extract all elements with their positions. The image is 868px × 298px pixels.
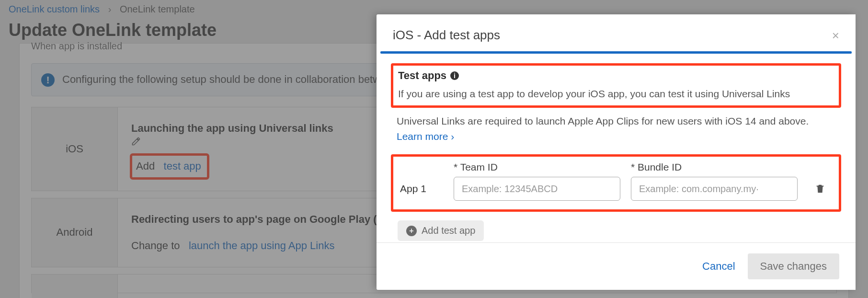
plus-icon: + [406,226,417,236]
add-test-app-link[interactable]: test app [164,160,201,172]
universal-links-note: Universal Links are required to launch A… [391,114,841,144]
save-changes-button[interactable]: Save changes [748,253,839,279]
modal-title: iOS - Add test apps [393,28,500,43]
test-apps-subtext: If you are using a test app to develop y… [398,87,834,101]
info-icon: ! [41,73,55,87]
add-test-app-inline[interactable]: Add test app [131,155,208,178]
add-prefix: Add [136,160,155,172]
learn-more-link[interactable]: Learn more › [397,131,454,142]
add-test-app-button[interactable]: + Add test app [398,220,484,241]
ios-heading: Launching the app using Universal links [131,122,333,134]
breadcrumb-current: OneLink template [120,4,195,14]
team-id-label: * Team ID [454,161,620,173]
app-row-label: App 1 [400,183,443,195]
test-apps-heading: Test apps [398,69,446,82]
add-test-app-label: Add test app [422,225,475,236]
info-icon[interactable]: i [450,71,459,80]
test-apps-intro-highlight: Test apps i If you are using a test app … [391,63,841,108]
chevron-right-icon: › [108,4,112,14]
app-inputs-highlight: * Team ID * Bundle ID App 1 [391,154,841,212]
android-label: Android [32,198,118,266]
breadcrumb-root[interactable]: OneLink custom links [9,4,100,14]
android-change-prefix: Change to [131,240,180,252]
add-test-apps-modal: iOS - Add test apps × Test apps i If you… [377,14,856,290]
bundle-id-label: * Bundle ID [631,161,798,173]
ios-label: iOS [32,107,118,191]
trash-icon[interactable] [808,183,832,195]
bundle-id-input[interactable] [631,177,798,201]
page-title: Update OneLink template [9,20,217,40]
breadcrumb: OneLink custom links › OneLink template [9,4,195,15]
close-icon[interactable]: × [832,29,839,42]
android-change-link[interactable]: launch the app using App Links [189,240,335,252]
cancel-button[interactable]: Cancel [702,260,735,273]
team-id-input[interactable] [454,177,620,201]
